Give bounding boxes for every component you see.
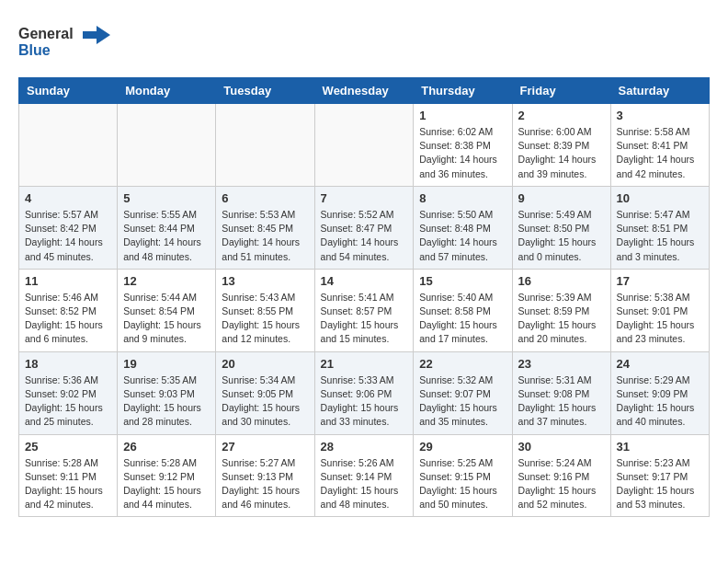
- day-info: Sunrise: 5:23 AMSunset: 9:17 PMDaylight:…: [617, 456, 703, 512]
- day-number: 13: [222, 274, 308, 288]
- day-number: 8: [419, 191, 506, 205]
- calendar-cell: 14Sunrise: 5:41 AMSunset: 8:57 PMDayligh…: [314, 269, 414, 351]
- day-number: 20: [222, 357, 308, 371]
- day-header-wednesday: Wednesday: [314, 78, 414, 104]
- calendar-cell: 26Sunrise: 5:28 AMSunset: 9:12 PMDayligh…: [118, 434, 216, 517]
- calendar-cell: 12Sunrise: 5:44 AMSunset: 8:54 PMDayligh…: [118, 269, 216, 351]
- day-info: Sunrise: 5:35 AMSunset: 9:03 PMDaylight:…: [123, 373, 210, 430]
- calendar-week-row: 1Sunrise: 6:02 AMSunset: 8:38 PMDaylight…: [19, 104, 710, 187]
- day-header-sunday: Sunday: [19, 78, 118, 104]
- calendar-cell: 5Sunrise: 5:55 AMSunset: 8:44 PMDaylight…: [118, 186, 216, 269]
- day-number: 19: [123, 357, 210, 371]
- calendar-cell: [314, 104, 414, 187]
- day-number: 11: [25, 274, 111, 288]
- day-info: Sunrise: 5:57 AMSunset: 8:42 PMDaylight:…: [25, 208, 111, 264]
- calendar-cell: 17Sunrise: 5:38 AMSunset: 9:01 PMDayligh…: [610, 269, 709, 351]
- day-info: Sunrise: 5:53 AMSunset: 8:45 PMDaylight:…: [222, 208, 308, 264]
- calendar-cell: 10Sunrise: 5:47 AMSunset: 8:51 PMDayligh…: [610, 186, 709, 269]
- day-header-saturday: Saturday: [610, 78, 709, 104]
- day-number: 3: [617, 109, 703, 122]
- calendar-cell: 6Sunrise: 5:53 AMSunset: 8:45 PMDaylight…: [216, 186, 314, 269]
- day-info: Sunrise: 5:28 AMSunset: 9:11 PMDaylight:…: [25, 456, 111, 512]
- calendar-cell: 21Sunrise: 5:33 AMSunset: 9:06 PMDayligh…: [314, 351, 414, 434]
- day-number: 29: [419, 440, 506, 454]
- day-header-monday: Monday: [118, 78, 216, 104]
- day-number: 14: [321, 274, 408, 288]
- day-number: 9: [518, 191, 605, 205]
- day-info: Sunrise: 5:38 AMSunset: 9:01 PMDaylight:…: [617, 291, 703, 347]
- day-info: Sunrise: 5:50 AMSunset: 8:48 PMDaylight:…: [419, 208, 506, 264]
- day-number: 24: [617, 357, 703, 371]
- calendar-cell: 18Sunrise: 5:36 AMSunset: 9:02 PMDayligh…: [19, 351, 118, 434]
- logo: General Blue: [18, 18, 119, 68]
- day-info: Sunrise: 5:43 AMSunset: 8:55 PMDaylight:…: [222, 291, 308, 347]
- day-info: Sunrise: 5:55 AMSunset: 8:44 PMDaylight:…: [123, 208, 210, 264]
- svg-marker-1: [83, 26, 110, 44]
- calendar-cell: 7Sunrise: 5:52 AMSunset: 8:47 PMDaylight…: [314, 186, 414, 269]
- day-number: 26: [123, 440, 210, 454]
- calendar-cell: 24Sunrise: 5:29 AMSunset: 9:09 PMDayligh…: [610, 351, 709, 434]
- calendar-week-row: 25Sunrise: 5:28 AMSunset: 9:11 PMDayligh…: [19, 434, 710, 517]
- calendar-cell: 4Sunrise: 5:57 AMSunset: 8:42 PMDaylight…: [19, 186, 118, 269]
- svg-text:General: General: [18, 26, 74, 41]
- calendar-cell: 15Sunrise: 5:40 AMSunset: 8:58 PMDayligh…: [414, 269, 512, 351]
- day-number: 16: [518, 274, 605, 288]
- calendar-cell: 31Sunrise: 5:23 AMSunset: 9:17 PMDayligh…: [610, 434, 709, 517]
- svg-text:Blue: Blue: [18, 42, 51, 58]
- calendar-week-row: 11Sunrise: 5:46 AMSunset: 8:52 PMDayligh…: [19, 269, 710, 351]
- calendar-table: SundayMondayTuesdayWednesdayThursdayFrid…: [18, 77, 710, 517]
- day-number: 10: [617, 191, 703, 205]
- day-info: Sunrise: 5:26 AMSunset: 9:14 PMDaylight:…: [321, 456, 408, 512]
- day-number: 6: [222, 191, 308, 205]
- day-number: 5: [123, 191, 210, 205]
- day-info: Sunrise: 5:44 AMSunset: 8:54 PMDaylight:…: [123, 291, 210, 347]
- day-info: Sunrise: 6:02 AMSunset: 8:38 PMDaylight:…: [419, 125, 506, 181]
- day-number: 2: [518, 109, 605, 122]
- day-header-friday: Friday: [512, 78, 610, 104]
- calendar-cell: 30Sunrise: 5:24 AMSunset: 9:16 PMDayligh…: [512, 434, 610, 517]
- day-info: Sunrise: 5:33 AMSunset: 9:06 PMDaylight:…: [321, 373, 408, 430]
- calendar-cell: 8Sunrise: 5:50 AMSunset: 8:48 PMDaylight…: [414, 186, 512, 269]
- day-number: 30: [518, 440, 605, 454]
- day-info: Sunrise: 6:00 AMSunset: 8:39 PMDaylight:…: [518, 125, 605, 181]
- day-info: Sunrise: 5:31 AMSunset: 9:08 PMDaylight:…: [518, 373, 605, 430]
- day-info: Sunrise: 5:40 AMSunset: 8:58 PMDaylight:…: [419, 291, 506, 347]
- day-number: 22: [419, 357, 506, 371]
- day-info: Sunrise: 5:46 AMSunset: 8:52 PMDaylight:…: [25, 291, 111, 347]
- day-info: Sunrise: 5:34 AMSunset: 9:05 PMDaylight:…: [222, 373, 308, 430]
- day-number: 7: [321, 191, 408, 205]
- calendar-cell: [216, 104, 314, 187]
- calendar-cell: [19, 104, 118, 187]
- day-number: 15: [419, 274, 506, 288]
- day-number: 28: [321, 440, 408, 454]
- day-number: 12: [123, 274, 210, 288]
- day-number: 1: [419, 109, 506, 122]
- calendar-week-row: 4Sunrise: 5:57 AMSunset: 8:42 PMDaylight…: [19, 186, 710, 269]
- day-info: Sunrise: 5:28 AMSunset: 9:12 PMDaylight:…: [123, 456, 210, 512]
- calendar-cell: 16Sunrise: 5:39 AMSunset: 8:59 PMDayligh…: [512, 269, 610, 351]
- calendar-cell: 25Sunrise: 5:28 AMSunset: 9:11 PMDayligh…: [19, 434, 118, 517]
- day-info: Sunrise: 5:24 AMSunset: 9:16 PMDaylight:…: [518, 456, 605, 512]
- calendar-cell: 20Sunrise: 5:34 AMSunset: 9:05 PMDayligh…: [216, 351, 314, 434]
- day-number: 31: [617, 440, 703, 454]
- calendar-cell: 9Sunrise: 5:49 AMSunset: 8:50 PMDaylight…: [512, 186, 610, 269]
- day-header-tuesday: Tuesday: [216, 78, 314, 104]
- day-info: Sunrise: 5:49 AMSunset: 8:50 PMDaylight:…: [518, 208, 605, 264]
- calendar-cell: 13Sunrise: 5:43 AMSunset: 8:55 PMDayligh…: [216, 269, 314, 351]
- calendar-week-row: 18Sunrise: 5:36 AMSunset: 9:02 PMDayligh…: [19, 351, 710, 434]
- day-number: 4: [25, 191, 111, 205]
- page-header: General Blue: [18, 18, 710, 68]
- calendar-cell: 2Sunrise: 6:00 AMSunset: 8:39 PMDaylight…: [512, 104, 610, 187]
- logo-block: General Blue: [18, 18, 119, 68]
- day-info: Sunrise: 5:52 AMSunset: 8:47 PMDaylight:…: [321, 208, 408, 264]
- day-number: 21: [321, 357, 408, 371]
- day-info: Sunrise: 5:58 AMSunset: 8:41 PMDaylight:…: [617, 125, 703, 181]
- calendar-cell: 11Sunrise: 5:46 AMSunset: 8:52 PMDayligh…: [19, 269, 118, 351]
- day-info: Sunrise: 5:36 AMSunset: 9:02 PMDaylight:…: [25, 373, 111, 430]
- calendar-header-row: SundayMondayTuesdayWednesdayThursdayFrid…: [19, 78, 710, 104]
- day-number: 17: [617, 274, 703, 288]
- calendar-cell: 22Sunrise: 5:32 AMSunset: 9:07 PMDayligh…: [414, 351, 512, 434]
- day-info: Sunrise: 5:32 AMSunset: 9:07 PMDaylight:…: [419, 373, 506, 430]
- day-info: Sunrise: 5:29 AMSunset: 9:09 PMDaylight:…: [617, 373, 703, 430]
- day-info: Sunrise: 5:47 AMSunset: 8:51 PMDaylight:…: [617, 208, 703, 264]
